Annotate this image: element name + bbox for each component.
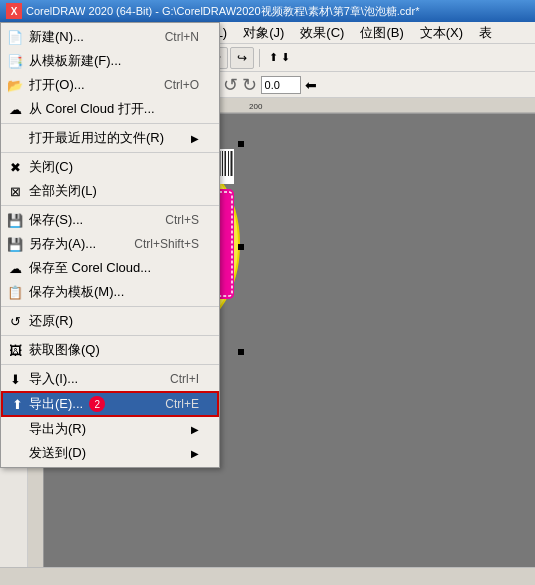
- file-menu-dropdown: 📄 新建(N)... Ctrl+N 📑 从模板新建(F)... 📂 打开(O).…: [0, 22, 220, 468]
- menu-send-to[interactable]: 发送到(D) ▶: [1, 441, 219, 465]
- menu-send-to-label: 发送到(D): [29, 444, 86, 462]
- export-badge: 2: [89, 396, 105, 412]
- sep-5: [1, 335, 219, 336]
- menu-open[interactable]: 📂 打开(O)... Ctrl+O: [1, 73, 219, 97]
- save-as-icon: 💾: [5, 237, 25, 252]
- menu-import[interactable]: ⬇ 导入(I)... Ctrl+I: [1, 367, 219, 391]
- svg-rect-52: [231, 151, 233, 176]
- close-icon: ✖: [5, 160, 25, 175]
- svg-rect-64: [238, 244, 244, 250]
- menu-export-as-label: 导出为(R): [29, 420, 86, 438]
- revert-icon: ↺: [5, 314, 25, 329]
- close-all-icon: ⊠: [5, 184, 25, 199]
- svg-rect-63: [238, 141, 244, 147]
- sep-1: [1, 123, 219, 124]
- save-icon: 💾: [5, 213, 25, 228]
- import-icon: ⬇: [5, 372, 25, 387]
- menu-save-as-label: 另存为(A)...: [29, 235, 96, 253]
- menu-new-template-label: 从模板新建(F)...: [29, 52, 121, 70]
- menu-acquire-label: 获取图像(Q): [29, 341, 100, 359]
- menu-open-shortcut: Ctrl+O: [144, 78, 199, 92]
- recent-arrow: ▶: [191, 133, 199, 144]
- menu-save-cloud[interactable]: ☁ 保存至 Corel Cloud...: [1, 256, 219, 280]
- menu-save-label: 保存(S)...: [29, 211, 83, 229]
- menu-close-label: 关闭(C): [29, 158, 73, 176]
- menu-new-template[interactable]: 📑 从模板新建(F)...: [1, 49, 219, 73]
- new-template-icon: 📑: [5, 54, 25, 69]
- toolbar-redo[interactable]: ↪: [230, 47, 254, 69]
- export-icon: ⬇: [281, 51, 290, 64]
- sep-3: [1, 205, 219, 206]
- toolbar-zoom-area: ⬆ ⬇: [265, 51, 294, 64]
- menu-close-all[interactable]: ⊠ 全部关闭(L): [1, 179, 219, 203]
- app-icon: X: [6, 3, 22, 19]
- menu-save-as[interactable]: 💾 另存为(A)... Ctrl+Shift+S: [1, 232, 219, 256]
- export-as-arrow: ▶: [191, 424, 199, 435]
- toolbar2-angle-field: [261, 76, 301, 94]
- menu-export-label: 导出(E)...: [29, 395, 83, 413]
- import-icon: ⬆: [269, 51, 278, 64]
- menu-new-shortcut: Ctrl+N: [145, 30, 199, 44]
- menu-close-all-label: 全部关闭(L): [29, 182, 97, 200]
- menu-export-shortcut: Ctrl+E: [145, 397, 199, 411]
- svg-rect-51: [228, 151, 229, 176]
- menu-save-as-shortcut: Ctrl+Shift+S: [114, 237, 199, 251]
- menu-import-label: 导入(I)...: [29, 370, 78, 388]
- toolbar2-rotate-icon[interactable]: ↺: [223, 74, 238, 96]
- send-to-arrow: ▶: [191, 448, 199, 459]
- menu-save-template[interactable]: 📋 保存为模板(M)...: [1, 280, 219, 304]
- open-icon: 📂: [5, 78, 25, 93]
- new-icon: 📄: [5, 30, 25, 45]
- menu-table[interactable]: 表: [471, 22, 500, 43]
- menu-new[interactable]: 📄 新建(N)... Ctrl+N: [1, 25, 219, 49]
- menu-save[interactable]: 💾 保存(S)... Ctrl+S: [1, 208, 219, 232]
- toolbar2-angle-input[interactable]: [261, 76, 301, 94]
- menu-revert-label: 还原(R): [29, 312, 73, 330]
- cloud-open-icon: ☁: [5, 102, 25, 117]
- menu-import-shortcut: Ctrl+I: [150, 372, 199, 386]
- svg-rect-49: [222, 151, 223, 176]
- title-bar: X CorelDRAW 2020 (64-Bit) - G:\CorelDRAW…: [0, 0, 535, 22]
- menu-save-shortcut: Ctrl+S: [145, 213, 199, 227]
- status-bar: [0, 567, 535, 585]
- menu-bitmap[interactable]: 位图(B): [352, 22, 411, 43]
- menu-recent-label: 打开最近用过的文件(R): [29, 129, 164, 147]
- menu-close[interactable]: ✖ 关闭(C): [1, 155, 219, 179]
- acquire-icon: 🖼: [5, 343, 25, 358]
- menu-save-cloud-label: 保存至 Corel Cloud...: [29, 259, 151, 277]
- menu-new-label: 新建(N)...: [29, 28, 84, 46]
- menu-effects[interactable]: 效果(C): [292, 22, 352, 43]
- sep-2: [1, 152, 219, 153]
- save-template-icon: 📋: [5, 285, 25, 300]
- title-text: CorelDRAW 2020 (64-Bit) - G:\CorelDRAW20…: [26, 4, 419, 19]
- menu-text[interactable]: 文本(X): [412, 22, 471, 43]
- menu-object[interactable]: 对象(J): [235, 22, 292, 43]
- export-icon: ⬆: [7, 397, 27, 412]
- sep-4: [1, 306, 219, 307]
- menu-export-as[interactable]: 导出为(R) ▶: [1, 417, 219, 441]
- dropdown-overlay: 📄 新建(N)... Ctrl+N 📑 从模板新建(F)... 📂 打开(O).…: [0, 22, 220, 468]
- toolbar2-rotate2-icon[interactable]: ↻: [242, 74, 257, 96]
- svg-text:200: 200: [249, 102, 263, 111]
- menu-open-label: 打开(O)...: [29, 76, 85, 94]
- menu-export[interactable]: ⬆ 导出(E)... 2 Ctrl+E: [1, 391, 219, 417]
- menu-open-cloud-label: 从 Corel Cloud 打开...: [29, 100, 155, 118]
- toolbar-sep-3: [259, 49, 260, 67]
- svg-rect-50: [225, 151, 227, 176]
- cloud-save-icon: ☁: [5, 261, 25, 276]
- toolbar2-arrow-icon[interactable]: ⬅: [305, 77, 317, 93]
- sep-6: [1, 364, 219, 365]
- menu-recent[interactable]: 打开最近用过的文件(R) ▶: [1, 126, 219, 150]
- menu-revert[interactable]: ↺ 还原(R): [1, 309, 219, 333]
- menu-acquire[interactable]: 🖼 获取图像(Q): [1, 338, 219, 362]
- svg-rect-65: [238, 349, 244, 355]
- menu-open-cloud[interactable]: ☁ 从 Corel Cloud 打开...: [1, 97, 219, 121]
- status-text: [6, 571, 9, 583]
- menu-save-template-label: 保存为模板(M)...: [29, 283, 124, 301]
